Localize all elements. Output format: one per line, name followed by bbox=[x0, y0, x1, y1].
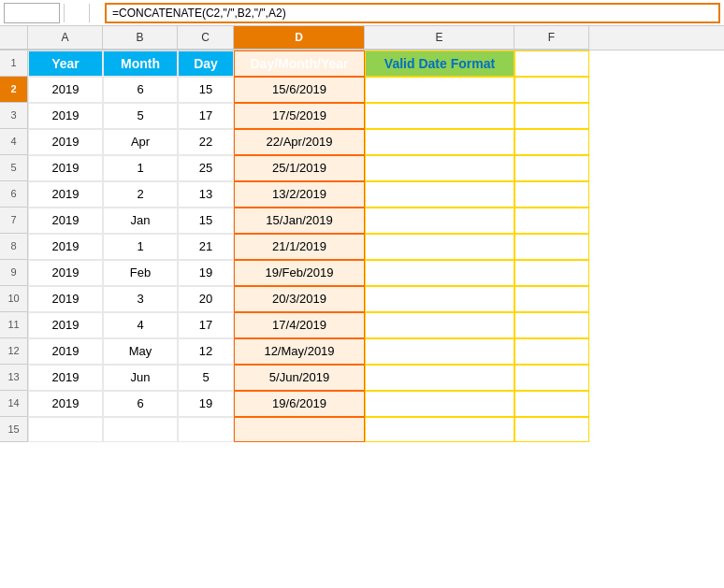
cell-d12[interactable]: 12/May/2019 bbox=[234, 338, 365, 365]
cell-reference-box[interactable] bbox=[4, 3, 60, 23]
cell-b12[interactable]: May bbox=[103, 338, 178, 365]
cell-b15[interactable] bbox=[103, 417, 178, 442]
cell-c1[interactable]: Day bbox=[178, 50, 234, 77]
cell-e14[interactable] bbox=[365, 391, 514, 417]
cell-b11[interactable]: 4 bbox=[103, 312, 178, 338]
col-header-d[interactable]: D bbox=[234, 26, 365, 50]
cell-e15[interactable] bbox=[365, 417, 514, 442]
cell-e9[interactable] bbox=[365, 260, 514, 286]
cell-b9[interactable]: Feb bbox=[103, 260, 178, 286]
cell-a6[interactable]: 2019 bbox=[28, 181, 103, 208]
cell-c6[interactable]: 13 bbox=[178, 181, 234, 208]
cell-e10[interactable] bbox=[365, 286, 514, 312]
cell-d5[interactable]: 25/1/2019 bbox=[234, 155, 365, 181]
cell-a13[interactable]: 2019 bbox=[28, 365, 103, 391]
cell-f8[interactable] bbox=[514, 234, 589, 260]
cell-a10[interactable]: 2019 bbox=[28, 286, 103, 312]
cell-f15[interactable] bbox=[514, 417, 589, 442]
cell-c13[interactable]: 5 bbox=[178, 365, 234, 391]
column-headers-row: A B C D E F bbox=[0, 26, 724, 50]
cell-c7[interactable]: 15 bbox=[178, 208, 234, 234]
cell-b8[interactable]: 1 bbox=[103, 234, 178, 260]
cell-a4[interactable]: 2019 bbox=[28, 129, 103, 155]
formula-input[interactable] bbox=[105, 3, 720, 23]
cell-c14[interactable]: 19 bbox=[178, 391, 234, 417]
cell-e6[interactable] bbox=[365, 181, 514, 208]
cell-c15[interactable] bbox=[178, 417, 234, 442]
cell-c12[interactable]: 12 bbox=[178, 338, 234, 365]
cell-d3[interactable]: 17/5/2019 bbox=[234, 103, 365, 129]
cell-f14[interactable] bbox=[514, 391, 589, 417]
cell-c3[interactable]: 17 bbox=[178, 103, 234, 129]
cell-b4[interactable]: Apr bbox=[103, 129, 178, 155]
cell-e7[interactable] bbox=[365, 208, 514, 234]
cell-f6[interactable] bbox=[514, 181, 589, 208]
cell-e3[interactable] bbox=[365, 103, 514, 129]
cell-f12[interactable] bbox=[514, 338, 589, 365]
cell-c9[interactable]: 19 bbox=[178, 260, 234, 286]
cell-d9[interactable]: 19/Feb/2019 bbox=[234, 260, 365, 286]
cell-f2[interactable] bbox=[514, 77, 589, 103]
cell-d8[interactable]: 21/1/2019 bbox=[234, 234, 365, 260]
cell-a2[interactable]: 2019 bbox=[28, 77, 103, 103]
cell-c2[interactable]: 15 bbox=[178, 77, 234, 103]
cell-e4[interactable] bbox=[365, 129, 514, 155]
cell-a11[interactable]: 2019 bbox=[28, 312, 103, 338]
cell-b1[interactable]: Month bbox=[103, 50, 178, 77]
cell-b7[interactable]: Jan bbox=[103, 208, 178, 234]
cell-b10[interactable]: 3 bbox=[103, 286, 178, 312]
cell-c4[interactable]: 22 bbox=[178, 129, 234, 155]
cell-d7[interactable]: 15/Jan/2019 bbox=[234, 208, 365, 234]
col-header-e[interactable]: E bbox=[365, 26, 514, 50]
cell-b3[interactable]: 5 bbox=[103, 103, 178, 129]
cell-a1[interactable]: Year bbox=[28, 50, 103, 77]
cell-f10[interactable] bbox=[514, 286, 589, 312]
cell-e8[interactable] bbox=[365, 234, 514, 260]
table-row: 11201941717/4/2019 bbox=[0, 312, 724, 338]
cell-f13[interactable] bbox=[514, 365, 589, 391]
cell-c5[interactable]: 25 bbox=[178, 155, 234, 181]
cell-f7[interactable] bbox=[514, 208, 589, 234]
cell-a5[interactable]: 2019 bbox=[28, 155, 103, 181]
col-header-b[interactable]: B bbox=[103, 26, 178, 50]
cell-f9[interactable] bbox=[514, 260, 589, 286]
cell-c10[interactable]: 20 bbox=[178, 286, 234, 312]
cell-d11[interactable]: 17/4/2019 bbox=[234, 312, 365, 338]
cell-f4[interactable] bbox=[514, 129, 589, 155]
col-header-f[interactable]: F bbox=[514, 26, 589, 50]
cell-d6[interactable]: 13/2/2019 bbox=[234, 181, 365, 208]
cell-b5[interactable]: 1 bbox=[103, 155, 178, 181]
cell-f5[interactable] bbox=[514, 155, 589, 181]
cell-a15[interactable] bbox=[28, 417, 103, 442]
cell-d4[interactable]: 22/Apr/2019 bbox=[234, 129, 365, 155]
cell-a12[interactable]: 2019 bbox=[28, 338, 103, 365]
col-header-a[interactable]: A bbox=[28, 26, 103, 50]
cell-e1[interactable]: Valid Date Format bbox=[365, 50, 514, 77]
cell-d1[interactable]: Day/Month/Year bbox=[234, 50, 365, 77]
cell-b14[interactable]: 6 bbox=[103, 391, 178, 417]
cell-e12[interactable] bbox=[365, 338, 514, 365]
cell-c11[interactable]: 17 bbox=[178, 312, 234, 338]
cell-a3[interactable]: 2019 bbox=[28, 103, 103, 129]
cell-d10[interactable]: 20/3/2019 bbox=[234, 286, 365, 312]
cell-b6[interactable]: 2 bbox=[103, 181, 178, 208]
cell-c8[interactable]: 21 bbox=[178, 234, 234, 260]
cell-e13[interactable] bbox=[365, 365, 514, 391]
cell-d2[interactable]: 15/6/2019 bbox=[234, 77, 365, 103]
cell-d15[interactable] bbox=[234, 417, 365, 442]
cell-a9[interactable]: 2019 bbox=[28, 260, 103, 286]
cell-d14[interactable]: 19/6/2019 bbox=[234, 391, 365, 417]
cell-a14[interactable]: 2019 bbox=[28, 391, 103, 417]
cell-e5[interactable] bbox=[365, 155, 514, 181]
cell-b13[interactable]: Jun bbox=[103, 365, 178, 391]
cell-d13[interactable]: 5/Jun/2019 bbox=[234, 365, 365, 391]
cell-e11[interactable] bbox=[365, 312, 514, 338]
cell-f11[interactable] bbox=[514, 312, 589, 338]
cell-a7[interactable]: 2019 bbox=[28, 208, 103, 234]
col-header-c[interactable]: C bbox=[178, 26, 234, 50]
cell-a8[interactable]: 2019 bbox=[28, 234, 103, 260]
cell-e2[interactable] bbox=[365, 77, 514, 103]
cell-f3[interactable] bbox=[514, 103, 589, 129]
cell-b2[interactable]: 6 bbox=[103, 77, 178, 103]
cell-f1[interactable] bbox=[514, 50, 589, 77]
